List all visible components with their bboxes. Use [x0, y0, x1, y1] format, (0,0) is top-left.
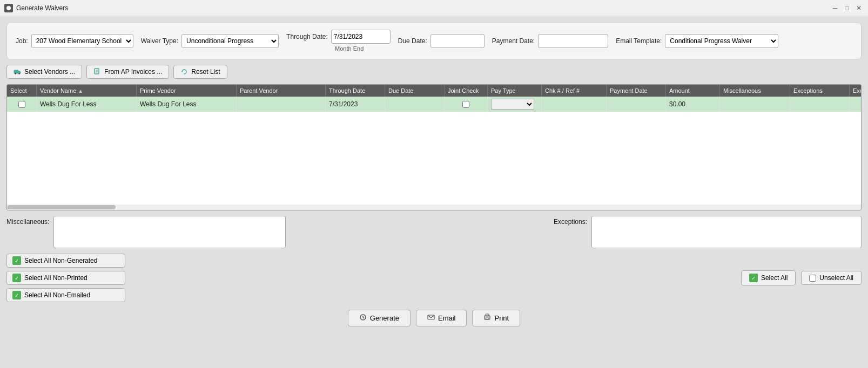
through-date-sub: Month End: [335, 45, 364, 52]
select-vendors-button[interactable]: Select Vendors ...: [6, 65, 82, 79]
col-header-through-date: Through Date: [326, 85, 385, 97]
email-button[interactable]: Email: [416, 310, 467, 326]
cell-select[interactable]: [7, 97, 37, 112]
maximize-button[interactable]: □: [842, 3, 852, 13]
filter-panel: Job: 207 Wood Elementary School Waiver T…: [6, 23, 862, 59]
col-header-exception-amount: Exception Amou...: [850, 85, 862, 97]
waiver-type-label: Waiver Type:: [141, 37, 178, 45]
check-icon-2: ✓: [12, 274, 21, 282]
email-icon: [427, 314, 435, 323]
col-header-joint-check: Joint Check: [445, 85, 488, 97]
waiver-type-select[interactable]: Unconditional Progress: [181, 34, 279, 48]
unselect-all-label: Unselect All: [819, 274, 853, 282]
generate-label: Generate: [370, 314, 399, 322]
miscellaneous-label: Miscellaneous:: [6, 216, 49, 226]
exceptions-label: Exceptions:: [554, 216, 587, 226]
cell-miscellaneous: [720, 97, 790, 112]
miscellaneous-textarea[interactable]: [53, 216, 286, 248]
email-template-label: Email Template:: [616, 37, 662, 45]
exceptions-textarea[interactable]: [591, 216, 862, 248]
joint-check-checkbox[interactable]: [462, 101, 469, 108]
cell-exceptions: [790, 97, 850, 112]
col-header-payment-date: Payment Date: [607, 85, 666, 97]
grid-header: Select Vendor Name ▲ Prime Vendor Parent…: [7, 85, 861, 97]
cell-vendor-name: Wells Dug For Less: [37, 97, 137, 112]
cell-due-date: [385, 97, 445, 112]
email-label: Email: [438, 314, 456, 322]
bottom-buttons-row: ✓ Select All Non-Generated ✓ Select All …: [6, 254, 862, 302]
col-header-amount: Amount: [666, 85, 720, 97]
job-filter-group: Job: 207 Wood Elementary School: [16, 34, 133, 48]
minimize-button[interactable]: ─: [830, 3, 840, 13]
row-checkbox[interactable]: [18, 101, 25, 108]
table-row: Wells Dug For Less Wells Dug For Less 7/…: [7, 97, 861, 112]
cell-pay-type[interactable]: [488, 97, 542, 112]
cell-chk-ref: [542, 97, 607, 112]
col-header-pay-type: Pay Type: [488, 85, 542, 97]
reset-list-label: Reset List: [191, 68, 220, 76]
select-all-non-generated-label: Select All Non-Generated: [24, 257, 97, 264]
svg-point-2: [15, 73, 16, 74]
cell-prime-vendor: Wells Dug For Less: [137, 97, 237, 112]
select-all-non-generated-button[interactable]: ✓ Select All Non-Generated: [6, 254, 125, 268]
miscellaneous-group: Miscellaneous:: [6, 216, 286, 248]
select-all-non-emailed-button[interactable]: ✓ Select All Non-Emailed: [6, 288, 125, 302]
grid-body: Wells Dug For Less Wells Dug For Less 7/…: [7, 97, 861, 205]
cell-payment-date: [607, 97, 666, 112]
through-date-filter-group: Through Date: Month End: [286, 30, 391, 52]
reset-list-button[interactable]: Reset List: [173, 65, 227, 79]
from-ap-invoices-button[interactable]: From AP Invoices ...: [86, 65, 169, 79]
pay-type-select[interactable]: [491, 99, 534, 110]
select-all-non-printed-button[interactable]: ✓ Select All Non-Printed: [6, 271, 125, 285]
col-header-chk-ref: Chk # / Ref #: [542, 85, 607, 97]
scrollbar-thumb[interactable]: [8, 205, 116, 209]
title-bar-controls: ─ □ ✕: [830, 3, 864, 13]
data-grid: Select Vendor Name ▲ Prime Vendor Parent…: [6, 84, 862, 210]
reset-icon: [180, 68, 188, 76]
col-header-select: Select: [7, 85, 37, 97]
unselect-checkbox: [809, 275, 816, 282]
svg-point-3: [18, 73, 19, 74]
svg-rect-1: [14, 70, 18, 73]
select-all-non-emailed-label: Select All Non-Emailed: [24, 291, 90, 299]
action-buttons: Generate Email Print: [6, 310, 862, 326]
svg-point-0: [6, 6, 11, 10]
select-all-button[interactable]: ✓ Select All: [741, 270, 796, 285]
generate-button[interactable]: Generate: [348, 310, 411, 326]
through-date-input[interactable]: [331, 30, 391, 44]
unselect-all-button[interactable]: Unselect All: [801, 271, 862, 285]
email-template-select[interactable]: Conditional Progress Waiver: [665, 34, 778, 48]
print-icon: [483, 314, 491, 323]
cell-amount: $0.00: [666, 97, 720, 112]
svg-line-11: [363, 317, 364, 318]
horizontal-scrollbar[interactable]: [8, 205, 860, 210]
waiver-type-filter-group: Waiver Type: Unconditional Progress: [141, 34, 279, 48]
select-all-label: Select All: [761, 274, 788, 282]
due-date-filter-group: Due Date:: [398, 34, 485, 48]
title-bar: Generate Waivers ─ □ ✕: [0, 0, 868, 16]
right-buttons-group: ✓ Select All Unselect All: [741, 270, 862, 285]
window-title: Generate Waivers: [16, 4, 68, 12]
email-template-filter-group: Email Template: Conditional Progress Wai…: [616, 34, 778, 48]
select-all-non-printed-label: Select All Non-Printed: [24, 274, 88, 282]
col-header-miscellaneous: Miscellaneous: [720, 85, 790, 97]
due-date-input[interactable]: [430, 34, 485, 48]
through-date-label: Through Date:: [286, 33, 328, 40]
check-icon-1: ✓: [12, 256, 21, 265]
cell-joint-check[interactable]: [445, 97, 488, 112]
app-icon: [4, 4, 13, 12]
generate-icon: [359, 314, 367, 323]
payment-date-input[interactable]: [538, 34, 608, 48]
col-header-vendor-name[interactable]: Vendor Name ▲: [37, 85, 137, 97]
job-select[interactable]: 207 Wood Elementary School: [31, 34, 133, 48]
print-button[interactable]: Print: [472, 310, 520, 326]
left-buttons-group: ✓ Select All Non-Generated ✓ Select All …: [6, 254, 125, 302]
col-header-parent-vendor: Parent Vendor: [237, 85, 326, 97]
close-button[interactable]: ✕: [854, 3, 864, 13]
job-label: Job:: [16, 37, 28, 45]
from-ap-invoices-label: From AP Invoices ...: [104, 68, 162, 76]
truck-icon: [14, 68, 21, 76]
invoice-icon: [93, 68, 101, 76]
sort-icon-vendor: ▲: [78, 88, 83, 94]
svg-rect-15: [486, 318, 489, 319]
